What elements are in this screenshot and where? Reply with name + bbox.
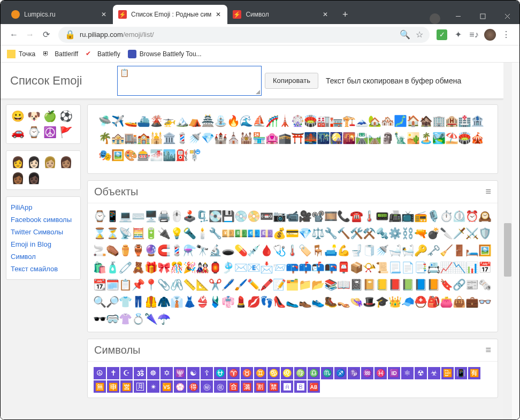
emoji-item[interactable]: ♑ xyxy=(348,367,360,379)
emoji-item[interactable]: 🧻 xyxy=(363,242,376,259)
emoji-item[interactable]: 🔭 xyxy=(196,242,209,259)
emoji-item[interactable]: 📑 xyxy=(414,259,427,276)
emoji-item[interactable]: 📫 xyxy=(299,259,311,276)
emoji-item[interactable]: 🔫 xyxy=(414,225,427,242)
emoji-item[interactable]: 💾 xyxy=(221,208,234,225)
emoji-item[interactable]: 📝 xyxy=(273,276,286,293)
emoji-item[interactable]: 🖼️ xyxy=(478,242,491,259)
emoji-item[interactable]: 📘 xyxy=(414,276,427,293)
emoji-item[interactable]: 📖 xyxy=(337,276,350,293)
emoji-item[interactable]: 🕋 xyxy=(278,129,291,147)
emoji-item[interactable]: ♍ xyxy=(294,367,307,379)
emoji-item[interactable]: 📩 xyxy=(260,259,273,276)
emoji-item[interactable]: 👩🏿 xyxy=(27,171,41,185)
emoji-item[interactable]: 🏚️ xyxy=(419,112,432,129)
emoji-item[interactable]: 🔪 xyxy=(440,225,453,242)
extension-check[interactable]: ✓ xyxy=(434,27,450,43)
emoji-item[interactable]: ⛪ xyxy=(227,129,240,147)
emoji-item[interactable]: 🌃 xyxy=(317,129,330,147)
emoji-item[interactable]: 📎 xyxy=(157,276,170,293)
emoji-item[interactable]: 🈺 xyxy=(120,380,133,393)
emoji-item[interactable]: 🕶️ xyxy=(93,310,106,327)
emoji-item[interactable]: 🏫 xyxy=(137,129,150,147)
emoji-item[interactable]: 💪 xyxy=(337,242,350,259)
emoji-item[interactable]: 📁 xyxy=(299,276,311,293)
emoji-item[interactable]: 👛 xyxy=(440,293,453,310)
sidebar-link[interactable]: Текст смайлов xyxy=(11,263,76,275)
emoji-item[interactable]: 🎞️ xyxy=(324,208,337,225)
emoji-item[interactable]: 🗿 xyxy=(381,129,394,147)
emoji-item[interactable]: 💋 xyxy=(247,293,260,310)
reading-list-icon[interactable]: ≡♪ xyxy=(466,27,482,43)
emoji-item[interactable]: ⛲ xyxy=(214,112,227,129)
emoji-item[interactable]: 🍏 xyxy=(43,109,57,123)
emoji-item[interactable]: 👓 xyxy=(478,293,491,310)
emoji-item[interactable]: 👟 xyxy=(311,293,324,310)
emoji-item[interactable]: 💰 xyxy=(273,225,286,242)
emoji-item[interactable]: 🌉 xyxy=(304,129,317,147)
close-icon[interactable]: ✕ xyxy=(215,11,222,18)
emoji-item[interactable]: 🕰️ xyxy=(478,208,491,225)
emoji-item[interactable]: 👩🏻 xyxy=(27,155,41,169)
emoji-item[interactable]: 📱 xyxy=(106,208,119,225)
emoji-item[interactable]: 🚏 xyxy=(188,147,201,164)
emoji-item[interactable]: 📠 xyxy=(388,208,401,225)
emoji-item[interactable]: ⚽ xyxy=(59,109,73,123)
emoji-item[interactable]: 🕎 xyxy=(174,367,186,379)
emoji-item[interactable]: 👩🏾 xyxy=(11,171,25,185)
menu-icon[interactable]: ⋮ xyxy=(498,27,514,43)
emoji-item[interactable]: 💍 xyxy=(132,310,144,327)
emoji-item[interactable]: 🎡 xyxy=(291,112,304,129)
hamburger-icon[interactable]: ≡ xyxy=(485,345,491,356)
emoji-item[interactable]: 🗞️ xyxy=(478,276,491,293)
emoji-item[interactable]: ⚙️ xyxy=(388,225,401,242)
emoji-item[interactable]: 🏗️ xyxy=(342,112,355,129)
profile-avatar[interactable] xyxy=(482,27,498,43)
emoji-item[interactable]: 🚤 xyxy=(124,112,137,129)
emoji-item[interactable]: 📟 xyxy=(376,208,388,225)
emoji-item[interactable]: 👠 xyxy=(273,293,286,310)
emoji-item[interactable]: 📪 xyxy=(286,259,299,276)
emoji-item[interactable]: 👔 xyxy=(170,293,183,310)
emoji-item[interactable]: 🦺 xyxy=(144,293,157,310)
emoji-item[interactable]: ⏲️ xyxy=(453,208,465,225)
emoji-item[interactable]: 🏞️ xyxy=(432,129,445,147)
emoji-item[interactable]: ⌨️ xyxy=(132,208,144,225)
emoji-item[interactable]: 🌁 xyxy=(150,147,163,164)
emoji-item[interactable]: 👜 xyxy=(453,293,465,310)
emoji-item[interactable]: 📙 xyxy=(427,276,440,293)
emoji-item[interactable]: 🎙️ xyxy=(427,208,440,225)
emoji-item[interactable]: ⛽ xyxy=(175,147,188,164)
bookmark-battlefly[interactable]: ✔Battlefly xyxy=(86,50,120,58)
emoji-item[interactable]: 👘 xyxy=(221,293,234,310)
emoji-item[interactable]: 📆 xyxy=(93,276,106,293)
emoji-item[interactable]: 💼 xyxy=(465,293,478,310)
emoji-item[interactable]: 🐶 xyxy=(27,109,41,123)
emoji-item[interactable]: 🗜️ xyxy=(196,208,209,225)
emoji-item[interactable]: 📈 xyxy=(440,259,453,276)
tab-emoji-list[interactable]: ⚡ Список Emoji : Родные сим ✕ xyxy=(113,5,227,24)
new-tab-button[interactable]: + xyxy=(338,7,353,22)
emoji-item[interactable]: 🗼 xyxy=(278,112,291,129)
emoji-item[interactable]: 📮 xyxy=(337,259,350,276)
emoji-item[interactable]: ♓ xyxy=(374,367,387,379)
emoji-item[interactable]: 🎥 xyxy=(299,208,311,225)
emoji-item[interactable]: 🏜️ xyxy=(407,129,419,147)
maximize-button[interactable] xyxy=(470,8,495,24)
emoji-item[interactable]: 💶 xyxy=(247,225,260,242)
emoji-item[interactable]: 📭 xyxy=(324,259,337,276)
emoji-item[interactable]: 🏮 xyxy=(209,259,221,276)
emoji-item[interactable]: ♐ xyxy=(334,367,347,379)
emoji-item[interactable]: 🧷 xyxy=(119,259,132,276)
emoji-item[interactable]: 🌡️ xyxy=(286,242,299,259)
emoji-item[interactable]: 💈 xyxy=(170,242,183,259)
emoji-item[interactable]: 📏 xyxy=(183,276,196,293)
emoji-item[interactable]: 💈 xyxy=(175,129,188,147)
emoji-item[interactable]: 🩺 xyxy=(273,242,286,259)
profile-indicator[interactable] xyxy=(430,13,440,24)
emoji-item[interactable]: 🛀 xyxy=(401,242,414,259)
emoji-item[interactable]: 🏟️ xyxy=(304,112,317,129)
emoji-item[interactable]: 📰 xyxy=(465,276,478,293)
bookmark-battleriff[interactable]: ⛨Battleriff xyxy=(43,50,78,58)
emoji-item[interactable]: 🈶 xyxy=(468,367,480,379)
